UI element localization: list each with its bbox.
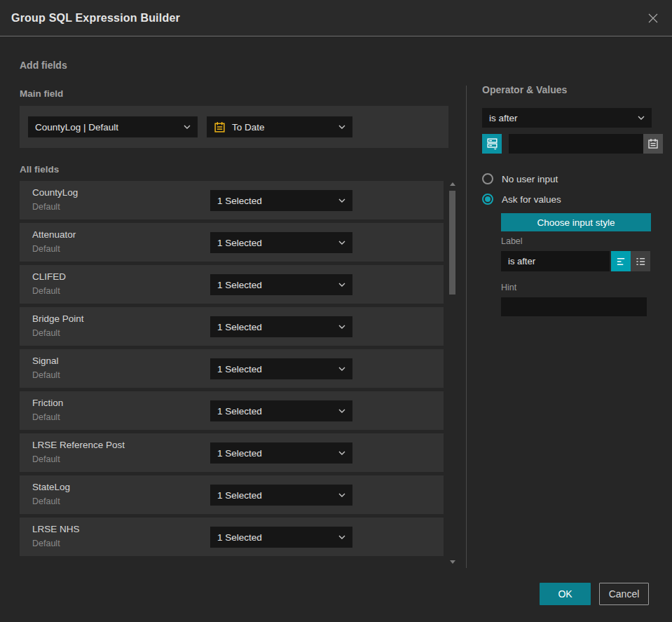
field-selection-dropdown[interactable]: 1 Selected bbox=[210, 527, 352, 548]
chevron-down-icon bbox=[338, 241, 345, 245]
fields-list-scrollbar[interactable] bbox=[448, 181, 457, 565]
single-value-style-button[interactable] bbox=[611, 251, 631, 271]
field-type-label: Default bbox=[32, 328, 60, 338]
field-name: CountyLog bbox=[32, 187, 78, 198]
ok-button[interactable]: OK bbox=[540, 583, 591, 605]
field-type-label: Default bbox=[32, 286, 60, 296]
field-type-label: Default bbox=[32, 454, 60, 464]
label-input[interactable] bbox=[501, 251, 610, 271]
ask-for-values-option[interactable]: Ask for values bbox=[482, 193, 652, 205]
operator-values-heading: Operator & Values bbox=[482, 84, 652, 95]
chevron-down-icon bbox=[638, 116, 645, 120]
user-input-options: No user input Ask for values bbox=[482, 173, 652, 205]
field-name: StateLog bbox=[32, 482, 70, 492]
field-name: CLIFED bbox=[32, 271, 66, 282]
scroll-up-arrow-icon[interactable] bbox=[450, 182, 455, 186]
cancel-button[interactable]: Cancel bbox=[599, 583, 649, 605]
field-selection-dropdown[interactable]: 1 Selected bbox=[210, 316, 352, 337]
field-name: Attenuator bbox=[32, 229, 76, 240]
field-type-label: Default bbox=[32, 202, 60, 212]
field-list-item: StateLog Default 1 Selected bbox=[20, 475, 444, 514]
field-list-item: CLIFED Default 1 Selected bbox=[20, 265, 444, 304]
chevron-down-icon bbox=[338, 125, 345, 129]
dialog-title: Group SQL Expression Builder bbox=[11, 12, 180, 25]
field-selection-dropdown[interactable]: 1 Selected bbox=[210, 274, 352, 295]
field-list-item: LRSE Reference Post Default 1 Selected bbox=[20, 433, 444, 472]
date-value-input[interactable] bbox=[509, 134, 643, 154]
field-list-item: LRSE NHS Default 1 Selected bbox=[20, 518, 444, 556]
all-fields-heading: All fields bbox=[20, 164, 59, 175]
value-input-row bbox=[482, 134, 652, 154]
field-selection-dropdown[interactable]: 1 Selected bbox=[210, 485, 352, 506]
chevron-down-icon bbox=[338, 409, 345, 413]
chevron-down-icon bbox=[338, 325, 345, 329]
chevron-down-icon bbox=[184, 125, 191, 129]
field-name: Signal bbox=[32, 356, 59, 366]
date-picker-button[interactable] bbox=[643, 134, 663, 154]
radio-icon[interactable] bbox=[482, 173, 493, 184]
field-selection-dropdown[interactable]: 1 Selected bbox=[210, 232, 352, 253]
chevron-down-icon bbox=[338, 198, 345, 203]
hint-field-label: Hint bbox=[501, 283, 652, 292]
field-type-label: Default bbox=[32, 539, 60, 548]
add-fields-heading: Add fields bbox=[20, 60, 67, 71]
operator-dropdown[interactable]: is after bbox=[482, 108, 652, 128]
label-field-label: Label bbox=[501, 236, 652, 246]
hint-input[interactable] bbox=[501, 297, 647, 316]
field-list-item: Attenuator Default 1 Selected bbox=[20, 223, 444, 262]
scrollbar-thumb[interactable] bbox=[449, 191, 455, 295]
main-field-dropdown[interactable]: CountyLog | Default bbox=[28, 116, 198, 137]
field-selection-dropdown[interactable]: 1 Selected bbox=[210, 358, 352, 379]
field-list-item: Bridge Point Default 1 Selected bbox=[20, 307, 444, 346]
field-name: LRSE NHS bbox=[32, 524, 80, 534]
field-list-item: Signal Default 1 Selected bbox=[20, 349, 444, 388]
calendar-icon bbox=[647, 138, 659, 149]
field-selection-dropdown[interactable]: 1 Selected bbox=[210, 190, 352, 211]
list-style-button[interactable] bbox=[631, 251, 650, 271]
chevron-down-icon bbox=[338, 535, 345, 539]
chevron-down-icon bbox=[338, 367, 345, 371]
chevron-down-icon bbox=[338, 493, 345, 497]
chevron-down-icon bbox=[338, 451, 345, 455]
align-left-lines-icon bbox=[616, 257, 626, 266]
close-button[interactable] bbox=[645, 11, 661, 26]
main-field-heading: Main field bbox=[20, 88, 63, 99]
no-user-input-option[interactable]: No user input bbox=[482, 173, 652, 185]
bullet-list-icon bbox=[636, 257, 646, 266]
choose-input-style-button[interactable]: Choose input style bbox=[501, 213, 651, 231]
field-type-label: Default bbox=[32, 412, 60, 422]
field-selection-dropdown[interactable]: 1 Selected bbox=[210, 400, 352, 421]
scroll-down-arrow-icon[interactable] bbox=[450, 560, 455, 564]
field-list-item: Friction Default 1 Selected bbox=[20, 391, 444, 430]
stacked-values-icon bbox=[486, 137, 498, 150]
label-field-group: Label bbox=[501, 236, 652, 271]
calendar-icon bbox=[214, 121, 226, 133]
hint-field-group: Hint bbox=[501, 283, 652, 316]
all-fields-list: CountyLog Default 1 Selected Attenuator … bbox=[20, 181, 444, 560]
radio-icon[interactable] bbox=[482, 194, 493, 205]
date-mode-dropdown[interactable]: To Date bbox=[207, 116, 352, 137]
field-type-label: Default bbox=[32, 496, 60, 506]
field-type-label: Default bbox=[32, 244, 60, 254]
field-selection-dropdown[interactable]: 1 Selected bbox=[210, 442, 352, 464]
field-list-item: CountyLog Default 1 Selected bbox=[20, 181, 444, 219]
dialog-header: Group SQL Expression Builder bbox=[0, 0, 672, 36]
close-icon bbox=[647, 13, 659, 24]
value-source-button[interactable] bbox=[482, 134, 502, 154]
field-name: Friction bbox=[32, 398, 63, 408]
operator-values-panel: Operator & Values is after No user input… bbox=[482, 84, 652, 316]
field-type-label: Default bbox=[32, 370, 60, 380]
chevron-down-icon bbox=[338, 283, 345, 287]
field-name: Bridge Point bbox=[32, 313, 84, 324]
main-field-panel: CountyLog | Default To Date bbox=[20, 106, 448, 148]
field-name: LRSE Reference Post bbox=[32, 440, 125, 450]
panel-separator bbox=[466, 86, 467, 568]
group-sql-expression-builder-dialog: Group SQL Expression Builder Add fields … bbox=[0, 0, 672, 622]
